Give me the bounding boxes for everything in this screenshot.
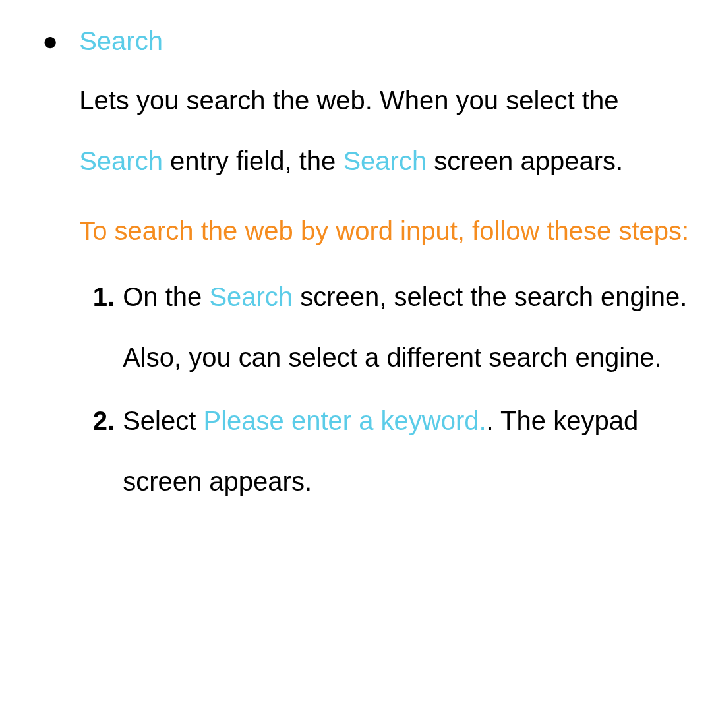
step-2-number: 2.	[86, 390, 115, 451]
step-2: 2. Select Please enter a keyword.. The k…	[86, 390, 696, 512]
item-heading: Search	[79, 20, 696, 62]
step-2-text: Select Please enter a keyword.. The keyp…	[123, 390, 696, 512]
bullet-list-item: ● Search Lets you search the web. When y…	[26, 20, 696, 514]
steps-list: 1. On the Search screen, select the sear…	[79, 266, 696, 512]
step-2-before: Select	[123, 406, 203, 435]
intro-cyan-1: Search	[79, 146, 163, 175]
intro-paragraph: Lets you search the web. When you select…	[79, 70, 696, 191]
bullet-marker: ●	[42, 20, 58, 62]
intro-text-before: Lets you search the web. When you select…	[79, 86, 618, 115]
intro-cyan-2: Search	[343, 146, 427, 175]
step-1: 1. On the Search screen, select the sear…	[86, 266, 696, 388]
intro-text-after: screen appears.	[427, 146, 623, 175]
step-2-cyan: Please enter a keyword.	[203, 406, 486, 435]
intro-text-mid: entry field, the	[163, 146, 343, 175]
step-1-before: On the	[123, 282, 209, 311]
instructions-title: To search the web by word input, follow …	[79, 200, 696, 261]
step-1-cyan: Search	[209, 282, 293, 311]
step-1-text: On the Search screen, select the search …	[123, 266, 696, 388]
bullet-content: Search Lets you search the web. When you…	[79, 20, 696, 514]
step-1-number: 1.	[86, 266, 115, 327]
